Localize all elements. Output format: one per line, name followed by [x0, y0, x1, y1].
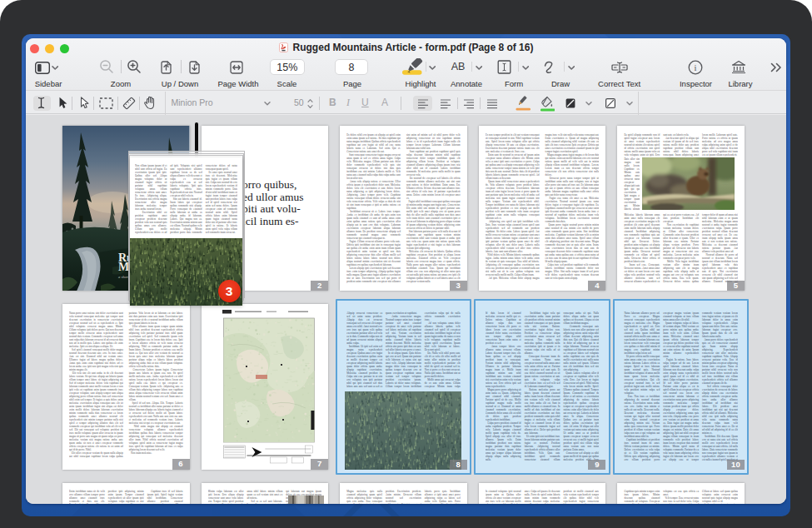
svg-text:i: i — [695, 63, 697, 72]
